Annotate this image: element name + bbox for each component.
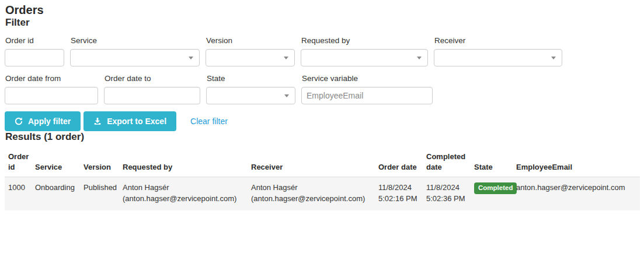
order-date-from-field: Order date from	[5, 74, 98, 104]
cell-version: Published	[80, 177, 119, 210]
export-to-excel-button[interactable]: Export to Excel	[83, 111, 176, 131]
col-order-id: Order id	[5, 150, 32, 177]
chevron-down-icon	[284, 57, 288, 59]
state-select[interactable]	[206, 87, 295, 104]
table-row[interactable]: 1000 Onboarding Published Anton Hagsér (…	[5, 177, 640, 210]
version-field: Version	[206, 36, 295, 66]
col-service: Service	[32, 150, 80, 177]
requested-by-field: Requested by	[301, 36, 428, 66]
export-to-excel-label: Export to Excel	[107, 117, 166, 126]
filter-row-1: Order id Service Version Requested by Re…	[0, 36, 644, 66]
service-label: Service	[70, 36, 200, 45]
cell-service: Onboarding	[32, 177, 80, 210]
download-icon	[93, 117, 102, 125]
clear-filter-link[interactable]: Clear filter	[190, 117, 228, 126]
state-field: State	[206, 74, 295, 104]
service-variable-label: Service variable	[301, 74, 433, 83]
order-time: 5:02:16 PM	[378, 194, 419, 205]
orders-page: Orders Filter Order id Service Version R…	[0, 0, 644, 253]
service-field: Service	[70, 36, 200, 66]
cell-employee-email: anton.hagser@zervicepoint.com	[513, 177, 640, 210]
version-select[interactable]	[206, 49, 295, 66]
table-header-row: Order id Service Version Requested by Re…	[5, 150, 640, 177]
chevron-down-icon	[551, 57, 556, 59]
chevron-down-icon	[284, 94, 289, 97]
col-version: Version	[80, 150, 119, 177]
requested-by-email: (anton.hagser@zervicepoint.com)	[123, 194, 244, 205]
apply-filter-label: Apply filter	[28, 117, 71, 126]
apply-filter-button[interactable]: Apply filter	[5, 111, 81, 131]
order-date-to-input[interactable]	[104, 87, 200, 104]
results-heading: Results (1 order)	[0, 131, 644, 143]
service-variable-input[interactable]	[301, 87, 433, 104]
receiver-label: Receiver	[434, 36, 562, 45]
filter-row-2: Order date from Order date to State Serv…	[0, 74, 644, 104]
col-requested-by: Requested by	[119, 150, 248, 177]
version-label: Version	[206, 36, 295, 45]
order-date-to-label: Order date to	[104, 74, 200, 83]
refresh-icon	[15, 117, 23, 125]
service-variable-field: Service variable	[301, 74, 433, 104]
receiver-name: Anton Hagsér	[251, 182, 371, 194]
completed-time: 5:02:36 PM	[426, 194, 467, 205]
requested-by-label: Requested by	[301, 36, 428, 45]
order-id-label: Order id	[5, 36, 64, 45]
col-state: State	[471, 150, 513, 177]
cell-state: Completed	[471, 177, 513, 210]
receiver-email: (anton.hagser@zervicepoint.com)	[251, 194, 371, 205]
col-employee-email: EmployeeEmail	[513, 150, 640, 177]
status-badge: Completed	[474, 182, 517, 194]
order-id-input[interactable]	[5, 49, 64, 66]
state-label: State	[206, 74, 295, 83]
requested-by-name: Anton Hagsér	[123, 182, 244, 194]
completed-date: 11/8/2024	[426, 182, 467, 194]
order-id-field: Order id	[5, 36, 64, 66]
order-date: 11/8/2024	[378, 182, 419, 194]
col-order-date: Order date	[375, 150, 423, 177]
cell-completed-date: 11/8/2024 5:02:36 PM	[423, 177, 471, 210]
order-date-to-field: Order date to	[104, 74, 200, 104]
results-table: Order id Service Version Requested by Re…	[5, 150, 640, 210]
cell-requested-by: Anton Hagsér (anton.hagser@zervicepoint.…	[119, 177, 248, 210]
page-title: Orders	[0, 0, 644, 17]
filter-actions: Apply filter Export to Excel Clear filte…	[5, 111, 644, 131]
requested-by-select[interactable]	[301, 49, 428, 66]
chevron-down-icon	[417, 57, 422, 59]
receiver-field: Receiver	[434, 36, 562, 66]
order-date-from-label: Order date from	[5, 74, 98, 83]
receiver-select[interactable]	[434, 49, 562, 66]
cell-receiver: Anton Hagsér (anton.hagser@zervicepoint.…	[248, 177, 375, 210]
col-receiver: Receiver	[248, 150, 375, 177]
cell-order-date: 11/8/2024 5:02:16 PM	[375, 177, 423, 210]
filter-heading: Filter	[0, 17, 644, 29]
cell-order-id: 1000	[5, 177, 32, 210]
chevron-down-icon	[189, 57, 193, 59]
col-completed-date: Completed date	[423, 150, 471, 177]
order-date-from-input[interactable]	[5, 87, 98, 104]
service-select[interactable]	[70, 49, 200, 66]
